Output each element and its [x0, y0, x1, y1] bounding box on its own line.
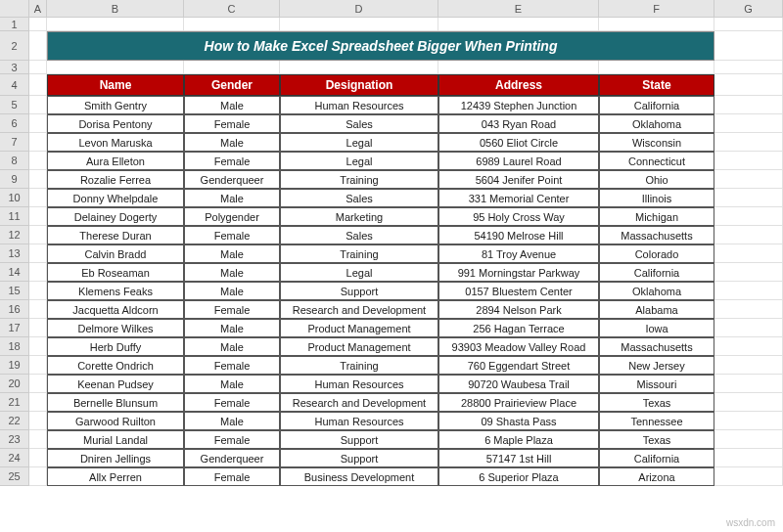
- cell-state[interactable]: Texas: [599, 430, 714, 449]
- cell-gender[interactable]: Female: [184, 152, 280, 170]
- empty-cell[interactable]: [714, 18, 783, 31]
- empty-cell[interactable]: [29, 393, 47, 412]
- row-header-23[interactable]: 23: [0, 430, 29, 449]
- col-header-D[interactable]: D: [280, 0, 438, 17]
- cell-name[interactable]: Jacquetta Aldcorn: [47, 300, 184, 319]
- empty-cell[interactable]: [29, 282, 47, 300]
- empty-cell[interactable]: [714, 189, 783, 207]
- cell-gender[interactable]: Female: [184, 300, 280, 319]
- empty-cell[interactable]: [714, 337, 783, 356]
- cell-gender[interactable]: Female: [184, 467, 280, 486]
- cell-name[interactable]: Calvin Bradd: [47, 244, 184, 263]
- empty-cell[interactable]: [29, 430, 47, 449]
- empty-cell[interactable]: [29, 467, 47, 486]
- cell-designation[interactable]: Sales: [280, 189, 438, 207]
- col-header-C[interactable]: C: [184, 0, 280, 17]
- empty-cell[interactable]: [29, 61, 47, 74]
- row-header-4[interactable]: 4: [0, 74, 29, 96]
- cell-state[interactable]: Michigan: [599, 207, 714, 226]
- empty-cell[interactable]: [714, 207, 783, 226]
- empty-cell[interactable]: [184, 61, 280, 74]
- cell-designation[interactable]: Training: [280, 356, 438, 375]
- empty-cell[interactable]: [29, 412, 47, 430]
- cell-gender[interactable]: Polygender: [184, 207, 280, 226]
- cell-name[interactable]: Levon Maruska: [47, 133, 184, 152]
- cell-name[interactable]: Aura Elleton: [47, 152, 184, 170]
- cell-designation[interactable]: Legal: [280, 152, 438, 170]
- row-header-11[interactable]: 11: [0, 207, 29, 226]
- cell-address[interactable]: 6989 Laurel Road: [438, 152, 599, 170]
- row-header-3[interactable]: 3: [0, 61, 29, 74]
- cell-name[interactable]: Eb Roseaman: [47, 263, 184, 282]
- cell-designation[interactable]: Marketing: [280, 207, 438, 226]
- cell-designation[interactable]: Training: [280, 244, 438, 263]
- cell-name[interactable]: Keenan Pudsey: [47, 375, 184, 393]
- row-header-22[interactable]: 22: [0, 412, 29, 430]
- cell-designation[interactable]: Support: [280, 449, 438, 467]
- cell-name[interactable]: Herb Duffy: [47, 337, 184, 356]
- col-header-G[interactable]: G: [714, 0, 783, 17]
- header-designation[interactable]: Designation: [280, 74, 438, 96]
- page-title[interactable]: How to Make Excel Spreadsheet Bigger Whe…: [47, 31, 714, 61]
- cell-designation[interactable]: Training: [280, 170, 438, 189]
- header-state[interactable]: State: [599, 74, 714, 96]
- cell-address[interactable]: 90720 Waubesa Trail: [438, 375, 599, 393]
- cell-state[interactable]: New Jersey: [599, 356, 714, 375]
- cell-state[interactable]: Massachusetts: [599, 337, 714, 356]
- cell-designation[interactable]: Human Resources: [280, 412, 438, 430]
- empty-cell[interactable]: [714, 467, 783, 486]
- cell-name[interactable]: Donny Whelpdale: [47, 189, 184, 207]
- empty-cell[interactable]: [29, 356, 47, 375]
- cell-state[interactable]: Alabama: [599, 300, 714, 319]
- cell-gender[interactable]: Male: [184, 337, 280, 356]
- empty-cell[interactable]: [29, 189, 47, 207]
- cell-name[interactable]: Bernelle Blunsum: [47, 393, 184, 412]
- cell-name[interactable]: Corette Ondrich: [47, 356, 184, 375]
- cell-state[interactable]: Tennessee: [599, 412, 714, 430]
- empty-cell[interactable]: [438, 18, 599, 31]
- empty-cell[interactable]: [714, 300, 783, 319]
- col-header-E[interactable]: E: [438, 0, 599, 17]
- cell-state[interactable]: Connecticut: [599, 152, 714, 170]
- cell-name[interactable]: Smith Gentry: [47, 96, 184, 114]
- empty-cell[interactable]: [438, 61, 599, 74]
- cell-gender[interactable]: Male: [184, 375, 280, 393]
- cell-state[interactable]: Massachusetts: [599, 226, 714, 244]
- row-header-10[interactable]: 10: [0, 189, 29, 207]
- cell-designation[interactable]: Support: [280, 430, 438, 449]
- row-header-9[interactable]: 9: [0, 170, 29, 189]
- empty-cell[interactable]: [29, 96, 47, 114]
- cell-state[interactable]: Arizona: [599, 467, 714, 486]
- empty-cell[interactable]: [29, 31, 47, 61]
- cell-address[interactable]: 2894 Nelson Park: [438, 300, 599, 319]
- cell-gender[interactable]: Male: [184, 133, 280, 152]
- empty-cell[interactable]: [29, 300, 47, 319]
- row-header-14[interactable]: 14: [0, 263, 29, 282]
- empty-cell[interactable]: [714, 31, 783, 61]
- cell-address[interactable]: 256 Hagan Terrace: [438, 319, 599, 337]
- empty-cell[interactable]: [47, 18, 184, 31]
- cell-address[interactable]: 0560 Eliot Circle: [438, 133, 599, 152]
- cell-address[interactable]: 28800 Prairieview Place: [438, 393, 599, 412]
- cell-address[interactable]: 95 Holy Cross Way: [438, 207, 599, 226]
- cell-designation[interactable]: Support: [280, 282, 438, 300]
- cell-state[interactable]: Colorado: [599, 244, 714, 263]
- cell-designation[interactable]: Sales: [280, 114, 438, 133]
- select-all-corner[interactable]: [0, 0, 29, 17]
- empty-cell[interactable]: [714, 282, 783, 300]
- empty-cell[interactable]: [714, 430, 783, 449]
- cell-gender[interactable]: Male: [184, 244, 280, 263]
- cell-state[interactable]: Ohio: [599, 170, 714, 189]
- row-header-12[interactable]: 12: [0, 226, 29, 244]
- cell-state[interactable]: Missouri: [599, 375, 714, 393]
- cell-gender[interactable]: Male: [184, 189, 280, 207]
- empty-cell[interactable]: [29, 133, 47, 152]
- cell-address[interactable]: 760 Eggendart Street: [438, 356, 599, 375]
- cell-gender[interactable]: Female: [184, 356, 280, 375]
- empty-cell[interactable]: [280, 61, 438, 74]
- cell-name[interactable]: Garwood Ruilton: [47, 412, 184, 430]
- empty-cell[interactable]: [599, 18, 714, 31]
- row-header-18[interactable]: 18: [0, 337, 29, 356]
- cell-address[interactable]: 331 Memorial Center: [438, 189, 599, 207]
- cell-gender[interactable]: Male: [184, 282, 280, 300]
